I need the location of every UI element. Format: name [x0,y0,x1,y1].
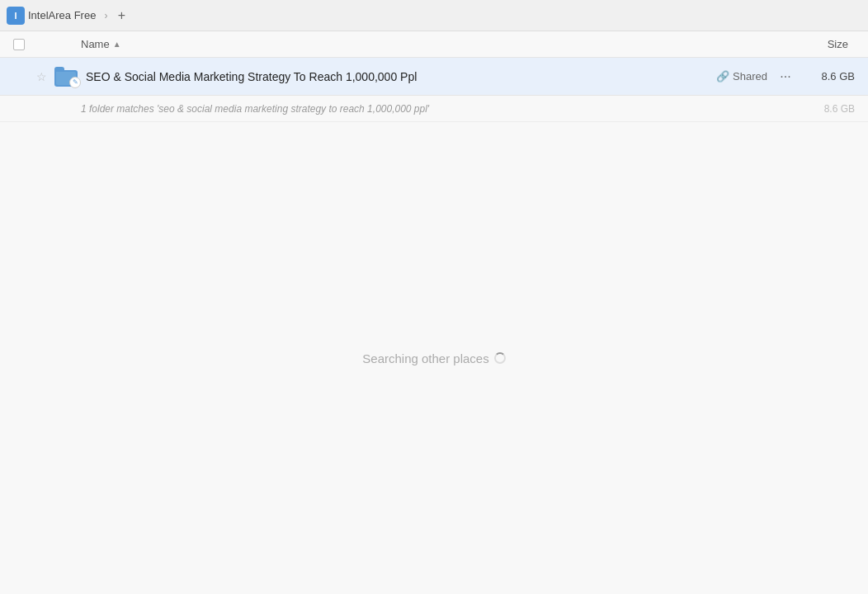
searching-label: Searching other places [362,351,488,365]
select-all-col [7,39,31,50]
file-size: 8.6 GB [804,70,861,82]
top-bar: I IntelArea Free › + [0,0,868,31]
loading-spinner [494,352,506,364]
folder-badge: ✎ [69,77,81,88]
searching-text: Searching other places [362,351,505,365]
match-size: 8.6 GB [804,103,861,115]
file-name: SEO & Social Media Marketing Strategy To… [81,70,716,83]
column-headers: Name ▲ Size [0,31,868,58]
star-col[interactable]: ☆ [31,70,51,83]
folder-icon: ✎ [54,67,78,87]
select-all-checkbox[interactable] [13,39,25,50]
size-column-header: Size [795,38,861,50]
sort-arrow: ▲ [113,40,121,49]
name-column-header[interactable]: Name ▲ [81,38,795,50]
name-label: Name [81,38,110,50]
app-title: IntelArea Free [28,9,96,21]
file-row[interactable]: ☆ ✎ SEO & Social Media Marketing Strateg… [0,58,868,96]
breadcrumb-separator: › [104,10,107,21]
star-icon[interactable]: ☆ [36,70,47,83]
content-area: Searching other places [0,122,868,594]
shared-label: Shared [733,70,767,82]
more-options-button[interactable]: ··· [774,65,797,88]
app-icon: I [7,7,25,25]
link-icon: 🔗 [716,70,729,82]
shared-badge: 🔗 Shared [716,70,767,82]
add-tab-button[interactable]: + [112,7,130,25]
file-icon-col: ✎ [51,67,81,87]
match-row: 1 folder matches 'seo & social media mar… [0,96,868,122]
match-text: 1 folder matches 'seo & social media mar… [81,103,804,115]
